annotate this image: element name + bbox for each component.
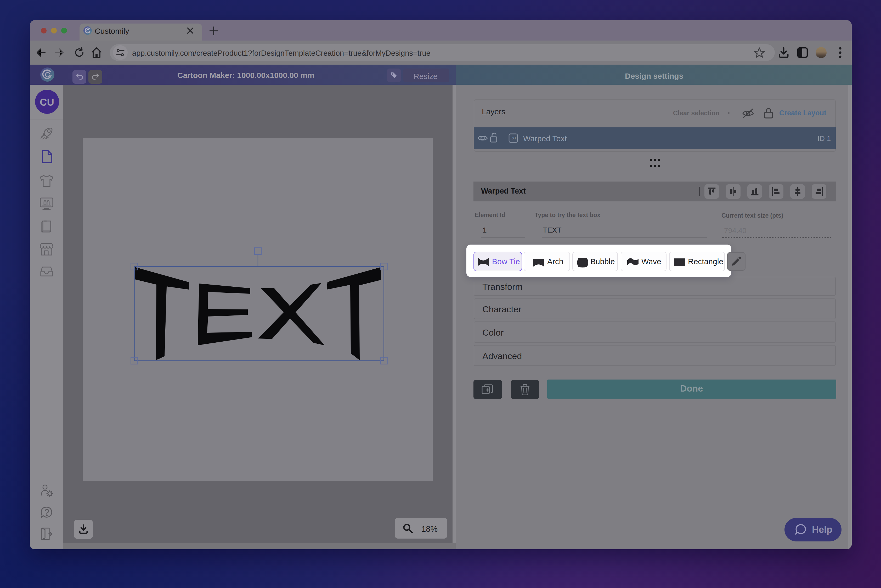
svg-text:TXT: TXT xyxy=(510,136,516,140)
